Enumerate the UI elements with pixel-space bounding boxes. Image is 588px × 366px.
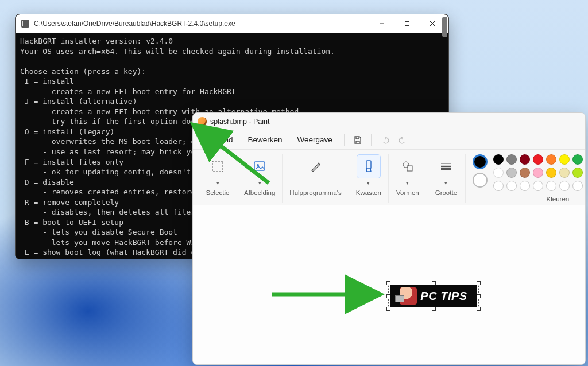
terminal-maximize-button[interactable] — [394, 15, 420, 32]
resize-handle-s[interactable] — [432, 307, 436, 311]
paint-title-text: splash.bmp - Paint — [210, 118, 270, 126]
color-swatch[interactable] — [572, 168, 583, 178]
ribbon-group-shapes[interactable]: ▾ Vormen — [389, 154, 427, 203]
color-swatch[interactable] — [546, 154, 556, 165]
color-swatch-empty[interactable] — [520, 181, 530, 191]
menu-separator — [344, 134, 345, 146]
paint-titlebar[interactable]: splash.bmp - Paint — [193, 113, 585, 130]
resize-handle-e[interactable] — [477, 294, 481, 298]
color-swatch-empty[interactable] — [506, 181, 517, 191]
canvas-selection-box[interactable]: PC TIPS — [388, 283, 479, 309]
color-swatch-empty[interactable] — [572, 181, 583, 191]
terminal-minimize-button[interactable] — [369, 15, 394, 32]
color-swatch[interactable] — [572, 154, 583, 165]
color-swatch[interactable] — [520, 168, 530, 178]
ribbon-group-colors: Kleuren — [466, 154, 579, 203]
color-swatch[interactable] — [506, 168, 517, 178]
resize-handle-sw[interactable] — [386, 307, 390, 311]
resize-handle-n[interactable] — [432, 281, 436, 285]
resize-handle-nw[interactable] — [386, 281, 390, 285]
chevron-down-icon: ▾ — [444, 181, 447, 186]
resize-handle-se[interactable] — [477, 307, 481, 311]
svg-point-8 — [403, 162, 409, 168]
menu-separator-2 — [371, 134, 372, 146]
secondary-color-swatch[interactable] — [473, 173, 488, 188]
redo-button[interactable] — [394, 131, 412, 149]
color-palette — [493, 154, 586, 191]
ribbon-label-image: Afbeelding — [244, 189, 275, 196]
ribbon-label-tools: Hulpprogramma's — [289, 189, 341, 196]
ribbon-group-brushes[interactable]: ▾ Kwasten — [349, 154, 389, 203]
tools-icon — [304, 154, 328, 178]
color-swatch[interactable] — [493, 168, 504, 178]
terminal-title-text: C:\Users\stefan\OneDrive\Bureaublad\Hack… — [34, 20, 235, 28]
color-swatch-empty[interactable] — [493, 181, 504, 191]
ribbon-label-brushes: Kwasten — [356, 189, 381, 196]
ribbon-label-size: Grootte — [435, 189, 457, 196]
color-swatch[interactable] — [546, 168, 556, 178]
color-swatch[interactable] — [493, 154, 504, 165]
color-swatch[interactable] — [559, 168, 570, 178]
canvas-image-text: PC TIPS — [420, 290, 467, 302]
canvas-image-content: PC TIPS — [390, 285, 477, 307]
color-swatch-empty[interactable] — [533, 181, 543, 191]
terminal-scrollbar-thumb[interactable] — [442, 17, 447, 37]
ribbon-group-tools[interactable]: ▾ Hulpprogramma's — [283, 154, 349, 203]
ribbon-label-selection: Selectie — [206, 189, 230, 196]
color-swatch-empty[interactable] — [559, 181, 570, 191]
chevron-down-icon: ▾ — [406, 181, 409, 186]
ribbon-group-size[interactable]: ▾ Grootte — [427, 154, 466, 203]
terminal-close-button[interactable] — [420, 15, 445, 32]
color-swatch-empty[interactable] — [546, 181, 556, 191]
paint-canvas[interactable]: PC TIPS — [193, 205, 585, 364]
shapes-icon — [396, 154, 420, 178]
color-swatch[interactable] — [533, 168, 543, 178]
terminal-titlebar[interactable]: C:\Users\stefan\OneDrive\Bureaublad\Hack… — [16, 14, 448, 33]
size-icon — [434, 154, 458, 178]
chevron-down-icon: ▾ — [367, 181, 370, 186]
svg-rect-7 — [366, 161, 371, 169]
terminal-app-icon — [21, 20, 29, 28]
paint-app-icon — [198, 117, 207, 126]
menu-view[interactable]: Weergave — [291, 133, 339, 147]
undo-button[interactable] — [376, 131, 393, 149]
ribbon-label-shapes: Vormen — [396, 189, 419, 196]
resize-handle-ne[interactable] — [477, 281, 481, 285]
svg-rect-1 — [405, 22, 409, 26]
color-swatch[interactable] — [506, 154, 517, 165]
color-swatch[interactable] — [559, 154, 570, 165]
color-swatch[interactable] — [533, 154, 543, 165]
ribbon-label-colors: Kleuren — [493, 196, 586, 203]
save-button[interactable] — [349, 131, 366, 149]
mascot-icon — [400, 287, 417, 305]
color-swatch[interactable] — [520, 154, 530, 165]
primary-color-swatch[interactable] — [473, 154, 488, 169]
brushes-icon — [357, 154, 381, 178]
annotation-arrow-to-image — [269, 286, 389, 305]
annotation-arrow-to-menu — [208, 136, 277, 190]
